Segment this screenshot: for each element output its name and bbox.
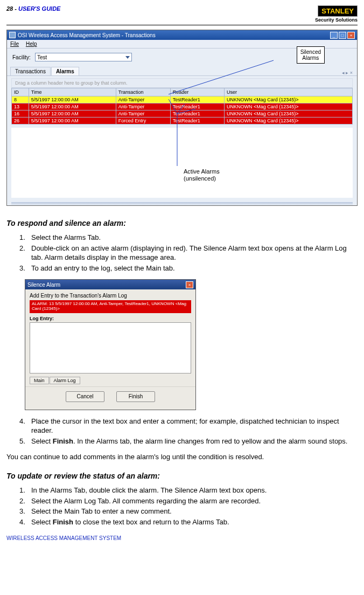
group-hint: Drag a column header here to group by th… [11, 78, 353, 88]
cell: UNKNOWN <Mag Card (12345)> [225, 96, 353, 103]
status-bar [11, 202, 353, 205]
silence-alarm-dialog: Silence Alarm × Add Entry to the Transac… [25, 279, 196, 410]
dialog-title: Silence Alarm [27, 282, 60, 288]
cell: Anti-Tamper [116, 110, 170, 117]
cell: TestReader1 [170, 96, 224, 103]
chevron-down-icon [125, 56, 130, 59]
dialog-tab-main[interactable]: Main [30, 377, 49, 384]
minimize-button[interactable]: _ [330, 32, 338, 39]
section1-steps: 1.Select the Alarms Tab. 2.Double-click … [19, 233, 358, 273]
cell: TestReader1 [170, 103, 224, 110]
step-text: Select the Alarm Log Tab. All comments r… [31, 496, 358, 506]
alarms-table: ID Time Transaction Reader User 85/5/199… [11, 88, 353, 124]
close-button[interactable]: × [347, 32, 355, 39]
section1b-steps: 4.Place the cursor in the text box and e… [19, 417, 358, 446]
section2-title: To update or review the status of an ala… [6, 472, 358, 480]
page-number: 28 - USER'S GUIDE [6, 5, 60, 12]
step-text: To add an entry to the log, select the M… [31, 264, 358, 273]
finish-button[interactable]: Finish [116, 391, 155, 402]
log-entry-textbox[interactable] [30, 322, 191, 373]
cell: UNKNOWN <Mag Card (12345)> [225, 103, 353, 110]
tab-controls[interactable]: ◂ ▸ × [342, 70, 354, 75]
step-text: Place the cursor in the text box and ent… [31, 417, 358, 435]
facility-label: Facility: [12, 54, 31, 60]
brand-logo: STANLEY Security Solutions [315, 5, 358, 23]
cell: Anti-Tamper [116, 96, 170, 103]
col-reader[interactable]: Reader [170, 88, 224, 96]
logo-text: STANLEY [318, 5, 358, 17]
cell: 13 [12, 103, 29, 110]
tab-transactions[interactable]: Transactions [10, 67, 51, 75]
dialog-titlebar: Silence Alarm × [25, 280, 195, 289]
section1-after-text: You can continue to add comments in the … [6, 452, 358, 462]
step-text: Select the Alarms Tab. [31, 233, 358, 243]
dialog-close-button[interactable]: × [186, 281, 193, 288]
cell: 8 [12, 96, 29, 103]
section1-title: To respond and silence an alarm: [6, 219, 358, 227]
step-text: Select the Main Tab to enter a new comme… [31, 507, 358, 516]
cell: UNKNOWN <Mag Card (12345)> [225, 110, 353, 117]
cell: TestReader1 [170, 117, 224, 124]
window-title: OSI Wireless Access Management System - … [18, 32, 156, 38]
cell: 5/5/1997 12:00:00 AM [29, 117, 116, 124]
facility-select[interactable]: Test [35, 53, 132, 61]
table-row[interactable]: 265/5/1997 12:00:00 AMForced EntryTestRe… [12, 117, 353, 124]
section2-steps: 1.In the Alarms Tab, double click the al… [19, 486, 358, 527]
menu-file[interactable]: File [10, 41, 19, 47]
col-id[interactable]: ID [12, 88, 29, 96]
cell: Forced Entry [116, 117, 170, 124]
step-text: Select Finish. In the Alarms tab, the al… [31, 437, 358, 446]
window-titlebar: OSI Wireless Access Management System - … [7, 30, 357, 40]
cancel-button[interactable]: Cancel [66, 391, 104, 402]
cell: Anti-Tamper [116, 103, 170, 110]
callout-silenced: Silenced Alarms [297, 46, 325, 64]
app-icon [9, 32, 16, 38]
step-text: In the Alarms Tab, double click the alar… [31, 486, 358, 495]
col-time[interactable]: Time [29, 88, 116, 96]
col-user[interactable]: User [225, 88, 353, 96]
tab-alarms[interactable]: Alarms [51, 67, 79, 75]
footer: WIRELESS ACCESS MANAGEMENT SYSTEM [6, 535, 358, 541]
callout-active-label: Active Alarms (unsilenced) [184, 168, 220, 182]
log-entry-label: Log Entry: [30, 316, 191, 321]
app-window: OSI Wireless Access Management System - … [6, 30, 358, 206]
alarm-detail-bar: ALARM: 13 5/5/1997 12:00:00 AM, Anti-Tam… [30, 300, 191, 313]
logo-subtitle: Security Solutions [315, 17, 358, 23]
blank-area: Active Alarms (unsilenced) [11, 128, 353, 198]
tab-strip: Transactions Alarms ◂ ▸ × [7, 67, 357, 76]
facility-value: Test [37, 54, 47, 60]
table-row[interactable]: 135/5/1997 12:00:00 AMAnti-TamperTestRea… [12, 103, 353, 110]
menu-help[interactable]: Help [26, 41, 37, 47]
cell: TestReader1 [170, 110, 224, 117]
maximize-button[interactable]: □ [339, 32, 346, 39]
table-row[interactable]: 165/5/1997 12:00:00 AMAnti-TamperTestRea… [12, 110, 353, 117]
step-text: Select Finish to close the text box and … [31, 517, 358, 527]
dialog-message: Add Entry to the Transaction's Alarm Log [30, 293, 191, 299]
cell: 16 [12, 110, 29, 117]
cell: 5/5/1997 12:00:00 AM [29, 103, 116, 110]
page-header: 28 - USER'S GUIDE STANLEY Security Solut… [6, 5, 358, 23]
cell: 5/5/1997 12:00:00 AM [29, 96, 116, 103]
col-transaction[interactable]: Transaction [116, 88, 170, 96]
dialog-tab-alarm-log[interactable]: Alarm Log [50, 377, 80, 384]
table-row[interactable]: 85/5/1997 12:00:00 AMAnti-TamperTestRead… [12, 96, 353, 103]
cell: 5/5/1997 12:00:00 AM [29, 110, 116, 117]
header-rule [6, 25, 358, 25]
step-text: Double-click on an active alarm (display… [31, 244, 358, 262]
cell: 26 [12, 117, 29, 124]
cell: UNKNOWN <Mag Card (12345)> [225, 117, 353, 124]
